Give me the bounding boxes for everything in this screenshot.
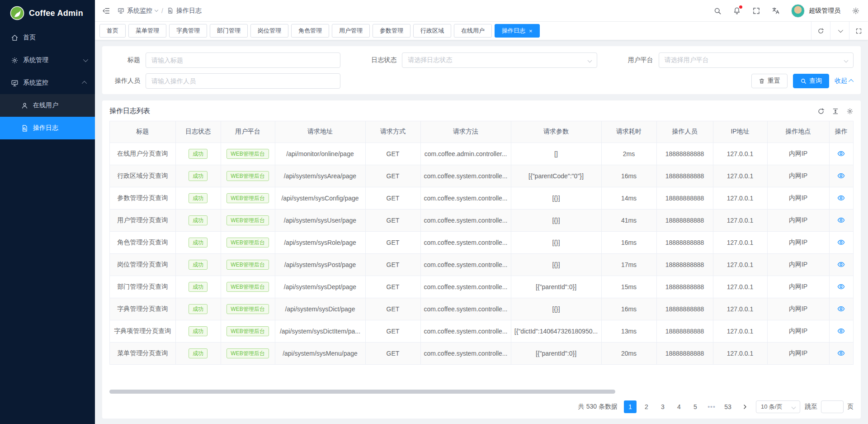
jump-page-input[interactable] xyxy=(821,400,844,413)
platform-tag: WEB管理后台 xyxy=(226,304,269,314)
tab-list: 首页菜单管理字典管理部门管理岗位管理角色管理用户管理参数管理行政区域在线用户操作… xyxy=(99,24,811,38)
tab-角色管理[interactable]: 角色管理 xyxy=(291,24,329,38)
view-detail-eye-icon[interactable] xyxy=(837,283,845,291)
tab-用户管理[interactable]: 用户管理 xyxy=(332,24,370,38)
collapse-label: 收起 xyxy=(835,77,847,85)
tab-参数管理[interactable]: 参数管理 xyxy=(373,24,410,38)
page-button-53[interactable]: 53 xyxy=(722,400,734,413)
tab-在线用户[interactable]: 在线用户 xyxy=(454,24,492,38)
location-cell: 内网IP xyxy=(767,165,829,187)
location-cell: 内网IP xyxy=(767,342,829,364)
tab-close-icon[interactable]: × xyxy=(529,28,533,34)
sidebar-item-system-monitor[interactable]: 系统监控 xyxy=(0,71,95,94)
title-input[interactable] xyxy=(146,53,340,67)
title-label: 标题 xyxy=(109,56,146,64)
log-status-cell: 成功 xyxy=(175,342,221,364)
tab-行政区域[interactable]: 行政区域 xyxy=(413,24,451,38)
operator-cell: 18888888888 xyxy=(656,143,713,165)
notification-bell-icon[interactable] xyxy=(733,7,741,15)
page-button-5[interactable]: 5 xyxy=(689,400,702,413)
user-platform-cell: WEB管理后台 xyxy=(221,298,275,320)
scrollbar-thumb[interactable] xyxy=(109,390,615,394)
column-header: 用户平台 xyxy=(221,121,275,143)
tab-岗位管理[interactable]: 岗位管理 xyxy=(250,24,288,38)
tab-菜单管理[interactable]: 菜单管理 xyxy=(128,24,166,38)
view-detail-eye-icon[interactable] xyxy=(837,261,845,268)
page-button-2[interactable]: 2 xyxy=(640,400,653,413)
view-detail-eye-icon[interactable] xyxy=(837,194,845,202)
sidebar-item-system-management[interactable]: 系统管理 xyxy=(0,49,95,71)
ip-cell: 127.0.0.1 xyxy=(713,342,767,364)
table-row: 字典项管理分页查询成功WEB管理后台/api/system/sysDictIte… xyxy=(110,320,853,342)
chevron-down-icon xyxy=(587,58,592,63)
status-tag: 成功 xyxy=(189,238,208,248)
column-settings-gear-icon[interactable] xyxy=(846,108,854,115)
status-tag: 成功 xyxy=(189,326,208,336)
row-density-icon[interactable] xyxy=(832,108,839,115)
table-row: 在线用户分页查询成功WEB管理后台/api/monitor/online/pag… xyxy=(110,143,853,165)
tab-首页[interactable]: 首页 xyxy=(99,24,126,38)
fullscreen-icon[interactable] xyxy=(752,7,760,15)
log-status-select[interactable]: 请选择日志状态 xyxy=(402,52,597,68)
chevron-up-icon xyxy=(849,79,854,84)
view-detail-eye-icon[interactable] xyxy=(837,349,845,357)
view-detail-eye-icon[interactable] xyxy=(837,216,845,224)
reset-button[interactable]: 重置 xyxy=(751,74,788,88)
tab-label: 在线用户 xyxy=(461,27,485,35)
table-row: 岗位管理分页查询成功WEB管理后台/api/system/sysPost/pag… xyxy=(110,253,853,276)
next-page-button[interactable] xyxy=(739,400,751,413)
view-detail-eye-icon[interactable] xyxy=(837,238,845,246)
collapse-link[interactable]: 收起 xyxy=(835,77,854,85)
method-cell: GET xyxy=(365,253,420,276)
user-platform-select[interactable]: 请选择用户平台 xyxy=(659,52,854,68)
tab-操作日志[interactable]: 操作日志× xyxy=(495,24,540,38)
breadcrumb-parent[interactable]: 系统监控 xyxy=(118,7,158,15)
page-size-select[interactable]: 10 条/页 xyxy=(756,400,800,413)
page-jumper: 跳至 页 xyxy=(805,400,854,413)
ip-cell: 127.0.0.1 xyxy=(713,253,767,276)
view-detail-eye-icon[interactable] xyxy=(837,305,845,313)
table-row: 行政区域分页查询成功WEB管理后台/api/system/sysArea/pag… xyxy=(110,165,853,187)
params-cell: [] xyxy=(511,143,601,165)
view-detail-eye-icon[interactable] xyxy=(837,327,845,335)
refresh-icon[interactable] xyxy=(817,108,825,115)
maximize-icon[interactable] xyxy=(849,22,868,40)
handler-cell: com.coffee.system.controlle... xyxy=(420,165,511,187)
search-icon xyxy=(800,78,807,84)
search-icon[interactable] xyxy=(713,7,722,15)
url-cell: /api/monitor/online/page xyxy=(275,143,365,165)
page-button-3[interactable]: 3 xyxy=(656,400,669,413)
tab-dropdown-icon[interactable] xyxy=(830,22,849,40)
refresh-icon[interactable] xyxy=(811,22,830,40)
translate-icon[interactable] xyxy=(772,7,780,15)
chevron-down-icon xyxy=(792,405,796,410)
operator-input[interactable] xyxy=(146,74,340,88)
tab-字典管理[interactable]: 字典管理 xyxy=(169,24,207,38)
page-button-4[interactable]: 4 xyxy=(673,400,685,413)
status-tag: 成功 xyxy=(189,193,208,203)
method-cell: GET xyxy=(365,187,420,209)
search-button[interactable]: 查询 xyxy=(793,74,829,88)
user-menu[interactable]: 超级管理员 xyxy=(791,4,840,18)
table-row: 部门管理分页查询成功WEB管理后台/api/system/sysDept/pag… xyxy=(110,276,853,298)
app-title: Coffee Admin xyxy=(29,9,83,18)
settings-gear-icon[interactable] xyxy=(852,7,860,15)
sidebar-item-online-users[interactable]: 在线用户 xyxy=(0,94,95,117)
tab-部门管理[interactable]: 部门管理 xyxy=(210,24,248,38)
view-detail-eye-icon[interactable] xyxy=(837,150,845,157)
operator-cell: 18888888888 xyxy=(656,298,713,320)
sidebar-item-home[interactable]: 首页 xyxy=(0,26,95,49)
user-platform-cell: WEB管理后台 xyxy=(221,143,275,165)
time-cell: 2ms xyxy=(601,143,656,165)
page-button-1[interactable]: 1 xyxy=(624,400,637,413)
user-platform-cell: WEB管理后台 xyxy=(221,320,275,342)
pagination-more[interactable]: ••• xyxy=(705,400,718,413)
tab-controls xyxy=(811,22,868,40)
view-detail-eye-icon[interactable] xyxy=(837,172,845,180)
operator-label: 操作人员 xyxy=(109,77,146,85)
pagination: 共 530 条数据 12345•••53 10 条/页 跳至 页 xyxy=(109,400,854,413)
menu-fold-icon[interactable] xyxy=(102,7,110,15)
sidebar-item-operation-log[interactable]: 操作日志 xyxy=(0,117,95,139)
monitor-icon xyxy=(11,79,19,87)
method-cell: GET xyxy=(365,276,420,298)
